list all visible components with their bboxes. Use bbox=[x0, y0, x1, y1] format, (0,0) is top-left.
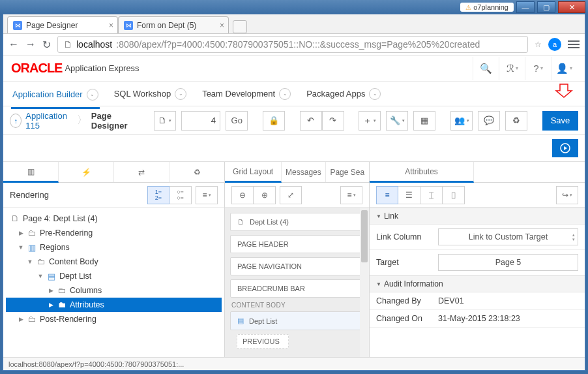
property-menu-button[interactable]: ↪▾ bbox=[556, 186, 578, 204]
window-titlebar: o7planning — ▢ ✕ bbox=[0, 0, 588, 14]
help-button[interactable]: ?▾ bbox=[525, 57, 551, 80]
align-center-button[interactable]: ☰ bbox=[398, 186, 420, 204]
tab-close-icon[interactable]: × bbox=[220, 21, 224, 30]
tree-node-attributes[interactable]: ▶🖿Attributes bbox=[6, 298, 222, 312]
layout-region[interactable]: ▤Dept List bbox=[230, 311, 364, 330]
page-search-tab[interactable]: Page Sea bbox=[326, 162, 369, 182]
page-info-icon[interactable]: 🗋 bbox=[63, 39, 72, 50]
stepper-icon: ▴▾ bbox=[572, 232, 575, 242]
attributes-tab[interactable]: Attributes bbox=[370, 162, 474, 183]
chevron-down-icon: ⌄ bbox=[369, 88, 381, 100]
zoom-in-button[interactable]: ⊕ bbox=[254, 186, 276, 204]
layout-page-card[interactable]: 🗋Dept List (4) bbox=[230, 213, 364, 231]
scrollbar[interactable] bbox=[360, 208, 369, 357]
browser-menu-button[interactable] bbox=[568, 40, 580, 48]
collapse-icon[interactable]: ▼ bbox=[27, 258, 33, 265]
align-bottom-button[interactable]: ⌷ bbox=[443, 186, 465, 204]
expand-icon[interactable]: ▶ bbox=[18, 230, 24, 236]
account-button[interactable]: 👤▾ bbox=[551, 57, 577, 80]
tree-node-regions[interactable]: ▼▥Regions bbox=[6, 240, 222, 255]
chevron-down-icon: ⌄ bbox=[175, 88, 186, 100]
back-button[interactable]: ← bbox=[8, 39, 19, 50]
search-icon: 🔍 bbox=[480, 63, 492, 74]
extension-icon[interactable]: a bbox=[548, 38, 561, 51]
report-icon: ▤ bbox=[237, 317, 244, 325]
layout-slot[interactable]: PAGE NAVIGATION bbox=[230, 257, 364, 275]
scrollbar-thumb[interactable] bbox=[361, 210, 368, 262]
tree-node-post-rendering[interactable]: ▶🗀Post-Rendering bbox=[6, 312, 222, 326]
tree-menu-button[interactable]: ≡▾ bbox=[196, 186, 218, 204]
shared-tab[interactable]: ♻ bbox=[169, 162, 224, 182]
menu-team-development[interactable]: Team Development⌄ bbox=[201, 86, 292, 102]
reload-button[interactable]: ↻ bbox=[42, 39, 51, 51]
align-left-button[interactable]: ≡ bbox=[376, 186, 398, 204]
page-select-button[interactable]: 🗋▾ bbox=[154, 111, 176, 131]
tree-node-page[interactable]: 🗋Page 4: Dept List (4) bbox=[6, 211, 222, 226]
breadcrumb-app[interactable]: Application 115 bbox=[25, 111, 73, 131]
tab-label: Messages bbox=[286, 168, 321, 177]
lock-button[interactable]: 🔒 bbox=[263, 111, 285, 131]
browser-tab[interactable]: ⋈ Form on Dept (5) × bbox=[118, 16, 229, 33]
run-button[interactable] bbox=[552, 139, 578, 157]
admin-menu-button[interactable]: ℛ▾ bbox=[499, 57, 525, 80]
expand-button[interactable]: ⤢ bbox=[280, 186, 302, 204]
shared-button[interactable]: ▦ bbox=[413, 111, 435, 131]
prop-target: ◤ Target Page 5 bbox=[370, 250, 585, 275]
dynamic-actions-tab[interactable]: ⚡ bbox=[59, 162, 114, 182]
window-minimize-button[interactable]: — bbox=[516, 1, 535, 13]
utilities-button[interactable]: 🔧▾ bbox=[386, 111, 408, 131]
bookmark-icon[interactable]: ☆ bbox=[535, 40, 542, 49]
menu-application-builder[interactable]: Application Builder⌄ bbox=[11, 86, 100, 109]
team-button[interactable]: 👥▾ bbox=[450, 111, 473, 131]
grid-layout-tab[interactable]: Grid Layout bbox=[225, 162, 282, 183]
link-column-select[interactable]: Link to Custom Target ▴▾ bbox=[438, 228, 578, 245]
tab-close-icon[interactable]: × bbox=[109, 21, 113, 30]
save-button[interactable]: Save bbox=[542, 111, 578, 131]
processing-tab[interactable]: ⇄ bbox=[114, 162, 169, 182]
prop-changed-by: Changed By DEV01 bbox=[370, 292, 585, 310]
menu-sql-workshop[interactable]: SQL Workshop⌄ bbox=[113, 86, 188, 102]
page-number-input[interactable] bbox=[181, 111, 220, 131]
browser-tab[interactable]: ⋈ Page Designer × bbox=[7, 16, 118, 33]
browser-toolbar: ← → ↻ 🗋 localhost:8080/apex/f?p=4000:450… bbox=[3, 34, 585, 55]
tab-label: Grid Layout bbox=[233, 167, 273, 176]
expand-icon[interactable]: ▶ bbox=[18, 316, 24, 322]
collapse-icon[interactable]: ▼ bbox=[18, 244, 24, 251]
new-tab-button[interactable] bbox=[233, 20, 247, 33]
redo-button[interactable]: ↷ bbox=[322, 111, 344, 131]
menu-packaged-apps[interactable]: Packaged Apps⌄ bbox=[305, 86, 382, 102]
undo-button[interactable]: ↶ bbox=[300, 111, 322, 131]
comments-button[interactable]: 💬 bbox=[478, 111, 500, 131]
tree-node-columns[interactable]: ▶🗀Columns bbox=[6, 283, 222, 298]
layout-slot[interactable]: PAGE HEADER bbox=[230, 235, 364, 253]
tree-node-dept-list[interactable]: ▼▤Dept List bbox=[6, 269, 222, 283]
group-link[interactable]: Link bbox=[370, 208, 585, 225]
up-icon[interactable]: ↑ bbox=[10, 114, 22, 128]
window-maximize-button[interactable]: ▢ bbox=[537, 1, 555, 13]
layout-slot[interactable]: BREADCRUMB BAR bbox=[230, 279, 364, 298]
developer-button[interactable]: ♻ bbox=[505, 111, 527, 131]
collapse-icon[interactable]: ▼ bbox=[37, 273, 44, 279]
lock-icon: 🔒 bbox=[269, 116, 279, 125]
view-2-button[interactable]: ○=○= bbox=[169, 186, 192, 204]
expand-icon[interactable]: ▶ bbox=[48, 287, 54, 294]
zoom-out-button[interactable]: ⊖ bbox=[231, 186, 254, 204]
expand-icon[interactable]: ▶ bbox=[48, 302, 54, 308]
address-bar[interactable]: 🗋 localhost:8080/apex/f?p=4000:4500:7807… bbox=[57, 36, 528, 53]
search-button[interactable]: 🔍 bbox=[473, 57, 499, 80]
window-close-button[interactable]: ✕ bbox=[558, 1, 585, 13]
bolt-icon: ⚡ bbox=[81, 168, 91, 177]
create-button[interactable]: ＋▾ bbox=[359, 111, 381, 131]
tree-node-content-body[interactable]: ▼🗀Content Body bbox=[6, 255, 222, 269]
group-audit[interactable]: Audit Information bbox=[370, 275, 585, 292]
tree-node-pre-rendering[interactable]: ▶🗀Pre-Rendering bbox=[6, 226, 222, 240]
forward-button[interactable]: → bbox=[25, 39, 36, 50]
target-button[interactable]: Page 5 bbox=[438, 254, 578, 271]
layout-menu-button[interactable]: ≡▾ bbox=[340, 186, 362, 204]
align-top-button[interactable]: ⌶ bbox=[420, 186, 443, 204]
view-1-button[interactable]: 1=2= bbox=[147, 186, 169, 204]
messages-tab[interactable]: Messages bbox=[282, 162, 325, 182]
go-button[interactable]: Go bbox=[226, 111, 248, 131]
layout-button-slot[interactable]: PREVIOUS bbox=[237, 334, 289, 349]
rendering-tab[interactable]: ▥ bbox=[3, 162, 59, 183]
